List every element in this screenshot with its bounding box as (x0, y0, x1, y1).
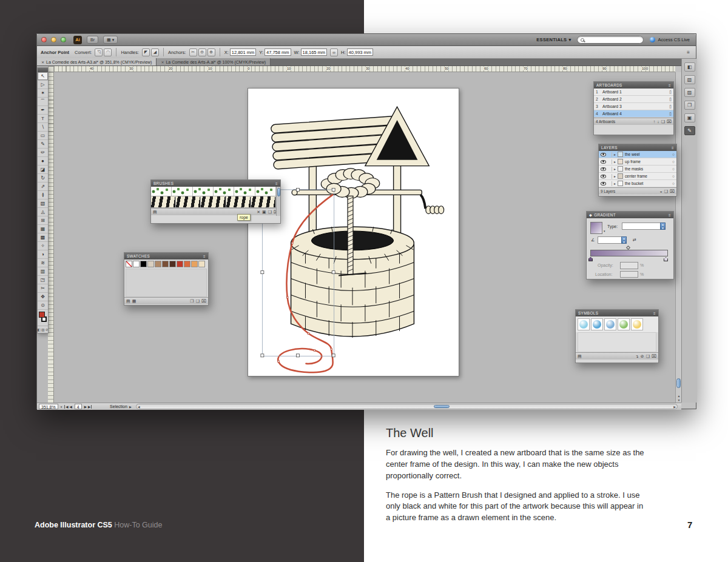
panel-menu-icon[interactable]: ≡ (669, 213, 671, 217)
swatch[interactable] (162, 261, 169, 267)
slice-tool[interactable]: ✂ (38, 284, 48, 293)
gradient-stop-start[interactable] (588, 257, 593, 261)
expand-triangle-icon[interactable]: ▸ (614, 167, 616, 171)
swatch[interactable] (177, 261, 183, 267)
y-field[interactable]: Y: 47,758 mm (259, 49, 291, 56)
new-symbol-icon[interactable]: ❏ (646, 354, 650, 359)
swatch[interactable] (126, 261, 132, 267)
convert-to-smooth-button[interactable]: ◠ (104, 49, 112, 56)
vine-pattern-brush[interactable] (214, 187, 234, 196)
brush-libraries-icon[interactable]: ▤ (153, 210, 157, 215)
artboard-row[interactable]: 3Artboard 3▯ (594, 103, 673, 110)
remove-brush-stroke-icon[interactable]: ✕ (257, 210, 260, 215)
visibility-eye-icon[interactable] (601, 182, 606, 186)
lasso-tool[interactable]: ⌒ (38, 98, 48, 106)
vertical-scrollbar-thumb[interactable] (676, 378, 681, 388)
reverse-gradient-icon[interactable]: ⇄ (633, 238, 636, 243)
close-tab-icon[interactable]: ✕ (161, 60, 164, 64)
eyedropper-tool[interactable]: ✧ (38, 242, 48, 250)
zoom-tool[interactable]: ⊙ (38, 301, 48, 310)
lock-cell[interactable] (608, 181, 612, 186)
fill-stroke-chips[interactable] (38, 310, 48, 326)
swatch-kinds-icon[interactable]: ▦ (132, 299, 136, 304)
hide-handles-button[interactable]: ◢ (151, 49, 159, 56)
vine-pattern-brush[interactable] (193, 187, 214, 196)
artboard-page-icon[interactable]: ▯ (669, 104, 672, 109)
new-swatch-icon[interactable]: ❏ (196, 299, 200, 304)
vine-pattern-brush[interactable] (172, 187, 192, 196)
color-mode-icon[interactable]: ◧ (37, 327, 41, 332)
rotate-tool[interactable]: ↻ (38, 174, 48, 182)
rope-pattern-brush[interactable] (151, 196, 176, 207)
swatch[interactable] (184, 261, 190, 267)
cut-path-button[interactable]: ✂ (189, 49, 197, 56)
panel-menu-icon[interactable]: ≡ (275, 182, 278, 186)
hand-tool[interactable]: ✥ (38, 293, 48, 301)
tree-symbol[interactable] (618, 318, 630, 330)
location-field[interactable] (620, 271, 638, 278)
move-artboard-up-icon[interactable]: ↑ (653, 119, 656, 124)
vertical-scrollbar[interactable]: ▲ ▼ (675, 72, 681, 403)
eraser-tool[interactable]: ◪ (38, 166, 48, 174)
mesh-tool[interactable]: ▦ (38, 225, 48, 233)
show-handles-button[interactable]: ◤ (142, 49, 150, 56)
sun-symbol[interactable] (631, 318, 643, 330)
gradient-mode-icon[interactable]: ▨ (41, 327, 45, 332)
cs-live-button[interactable]: Access CS Live (650, 37, 690, 42)
visibility-eye-icon[interactable] (601, 160, 606, 164)
rope-pattern-brush[interactable] (176, 196, 201, 207)
target-circle-icon[interactable]: ○ (672, 159, 675, 164)
new-color-group-icon[interactable]: ❐ (190, 299, 194, 304)
dock-transparency-panel-icon[interactable]: ▨ (684, 88, 695, 97)
x-value[interactable]: 12,801 mm (230, 49, 257, 56)
h-value[interactable]: 40,993 mm (347, 49, 374, 56)
pen-tool[interactable]: ✒ (38, 106, 48, 115)
pencil-tool[interactable]: ✏ (38, 149, 48, 157)
line-tool[interactable]: ∖ (38, 123, 48, 132)
artboard-row[interactable]: 2Artboard 2▯ (594, 96, 673, 103)
expand-triangle-icon[interactable]: ▸ (614, 181, 616, 186)
selection-tool[interactable]: ↖ (38, 72, 48, 81)
swatch[interactable] (198, 261, 205, 267)
swatch[interactable] (140, 261, 147, 267)
h-field[interactable]: H: 40,993 mm (341, 49, 373, 56)
fill-color-chip[interactable] (39, 312, 45, 318)
scroll-left-icon[interactable]: ◀ (138, 404, 140, 409)
document-tab[interactable]: ✕La Comedie des Arts-A.ai* @ 100% (CMYK/… (157, 58, 271, 65)
delete-artboard-icon[interactable]: ⌧ (667, 119, 672, 124)
type-tool[interactable]: T (38, 115, 48, 123)
panel-menu-icon[interactable]: ≡ (672, 146, 674, 150)
delete-layer-icon[interactable]: ⌧ (670, 189, 675, 194)
visibility-eye-icon[interactable] (601, 167, 606, 171)
brushes-scrollbar[interactable] (276, 187, 280, 216)
artboard-page-icon[interactable]: ▯ (669, 112, 672, 116)
none-mode-icon[interactable]: ⊘ (46, 327, 49, 332)
lock-cell[interactable] (608, 152, 612, 157)
make-clipping-mask-icon[interactable]: ◒ (659, 189, 662, 194)
control-bar-menu-icon[interactable]: ≡ (687, 50, 692, 55)
lock-cell[interactable] (608, 174, 612, 179)
panel-menu-icon[interactable]: ≡ (203, 255, 206, 258)
lock-cell[interactable] (608, 167, 612, 172)
swatch[interactable] (169, 261, 176, 267)
rope-pattern-brush[interactable] (226, 196, 251, 207)
bridge-button[interactable]: Br (87, 36, 98, 44)
gradient-tool[interactable]: ▩ (38, 233, 48, 242)
swatch[interactable] (155, 261, 161, 267)
close-tab-icon[interactable]: ✕ (41, 60, 44, 64)
panel-menu-icon[interactable]: ≡ (653, 312, 656, 315)
direct-selection-tool[interactable]: ▷ (38, 81, 48, 89)
perspective-grid-tool[interactable]: ⊞ (38, 216, 48, 225)
artboard-tool[interactable]: ◳ (38, 276, 48, 284)
artboard-number-field[interactable]: 4 (75, 404, 82, 409)
workspace-switcher[interactable]: ESSENTIALS ▾ (536, 37, 571, 42)
brushes-scrollbar-thumb[interactable] (277, 188, 280, 196)
width-tool[interactable]: ≬ (38, 191, 48, 199)
panel-menu-icon[interactable]: ≡ (669, 84, 671, 87)
gradient-thumb-dropdown-icon[interactable]: ▾ (604, 229, 605, 233)
symbol-sprayer-tool[interactable]: ≋ (38, 259, 48, 267)
gradient-midpoint-marker[interactable] (626, 246, 630, 250)
target-circle-icon[interactable]: ○ (672, 174, 675, 178)
gradient-stop-end[interactable] (664, 257, 668, 261)
layer-row[interactable]: ▸up frame○ (599, 158, 676, 166)
